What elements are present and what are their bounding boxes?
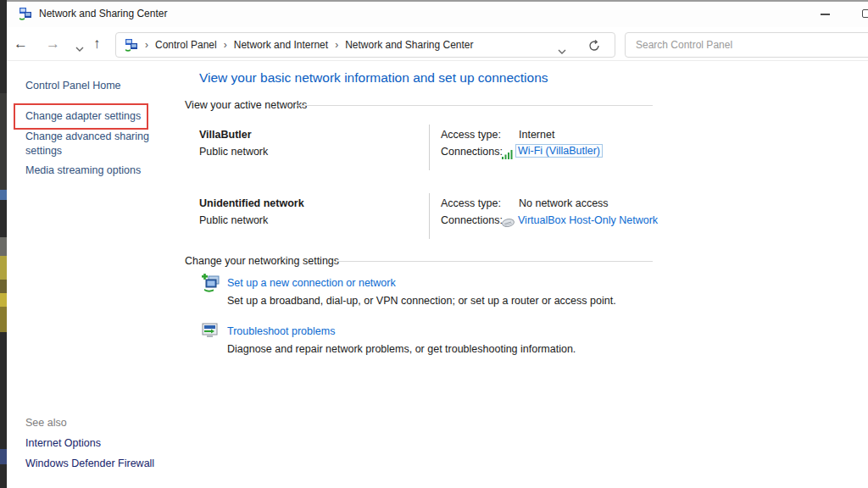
desktop-edge-seg — [0, 256, 7, 280]
breadcrumb-separator: › — [145, 39, 148, 51]
window-title: Network and Sharing Center — [39, 8, 167, 19]
row-divider — [429, 193, 430, 239]
desktop-edge-seg — [0, 307, 7, 332]
setup-new-connection-description: Set up a broadband, dial-up, or VPN conn… — [227, 295, 616, 307]
network-sharing-center-icon — [19, 7, 32, 20]
access-type-label: Access type: — [441, 197, 501, 209]
access-type-value: No network access — [519, 197, 609, 209]
desktop-edge — [0, 0, 7, 488]
troubleshoot-icon — [202, 323, 219, 338]
wifi-signal-icon — [502, 147, 514, 158]
network-name: Unidentified network — [199, 197, 304, 209]
address-dropdown-chevron-icon[interactable] — [557, 43, 567, 58]
see-also-header: See also — [25, 417, 67, 429]
section-rule — [297, 105, 653, 106]
up-arrow-icon[interactable]: ↑ — [93, 36, 101, 51]
toolbar-divider — [7, 60, 868, 61]
setup-new-connection-link[interactable]: Set up a new connection or network — [227, 277, 396, 289]
search-box[interactable] — [625, 32, 868, 58]
network-type: Public network — [199, 146, 268, 158]
row-divider — [429, 125, 430, 170]
network-type: Public network — [199, 214, 268, 226]
desktop-edge-seg — [0, 93, 7, 195]
minimize-icon — [821, 14, 830, 15]
troubleshoot-problems-link[interactable]: Troubleshoot problems — [227, 325, 335, 337]
control-panel-icon — [125, 38, 138, 52]
recent-pages-chevron-icon[interactable] — [75, 41, 85, 56]
sidebar-item-control-panel-home[interactable]: Control Panel Home — [25, 80, 121, 92]
sidebar-item-change-adapter-settings[interactable]: Change adapter settings — [25, 110, 141, 122]
desktop-edge-seg — [0, 237, 7, 256]
networking-settings-header: Change your networking settings — [185, 255, 339, 267]
sidebar-item-internet-options[interactable]: Internet Options — [25, 437, 101, 449]
breadcrumb-item-network-and-internet[interactable]: Network and Internet — [234, 39, 328, 51]
breadcrumb-separator: › — [335, 39, 338, 51]
access-type-value: Internet — [519, 129, 554, 141]
refresh-icon[interactable] — [587, 39, 603, 54]
breadcrumb[interactable]: › Control Panel › Network and Internet ›… — [115, 32, 615, 58]
page-title: View your basic network information and … — [199, 70, 548, 86]
desktop-edge-seg — [0, 293, 7, 307]
troubleshoot-description: Diagnose and repair network problems, or… — [227, 343, 576, 355]
active-networks-header: View your active networks — [185, 99, 307, 111]
desktop-edge-seg — [0, 280, 7, 293]
sidebar-item-media-streaming-options[interactable]: Media streaming options — [25, 164, 141, 176]
breadcrumb-item-control-panel[interactable]: Control Panel — [155, 39, 217, 51]
section-rule — [336, 261, 653, 262]
new-connection-icon — [201, 274, 220, 292]
desktop-edge-seg — [0, 449, 7, 464]
virtualbox-connection-link[interactable]: VirtualBox Host-Only Network — [518, 214, 658, 226]
access-type-label: Access type: — [441, 129, 501, 141]
breadcrumb-item-network-and-sharing-center[interactable]: Network and Sharing Center — [345, 39, 473, 51]
sidebar-item-change-advanced-sharing-settings[interactable]: Change advanced sharing settings — [25, 130, 154, 158]
ethernet-icon — [502, 216, 515, 226]
minimize-button[interactable] — [807, 0, 844, 25]
search-input[interactable] — [626, 33, 868, 57]
breadcrumb-separator: › — [224, 39, 227, 51]
desktop-edge-seg — [0, 190, 7, 200]
wifi-connection-link[interactable]: Wi-Fi (VillaButler) — [515, 144, 603, 158]
maximize-icon — [862, 9, 868, 18]
connections-label: Connections: — [441, 146, 503, 158]
sidebar-item-windows-defender-firewall[interactable]: Windows Defender Firewall — [25, 458, 154, 469]
back-arrow-icon[interactable]: ← — [14, 36, 28, 51]
network-name: VillaButler — [199, 129, 252, 141]
connections-label: Connections: — [441, 214, 503, 226]
forward-arrow-icon[interactable]: → — [46, 36, 60, 51]
